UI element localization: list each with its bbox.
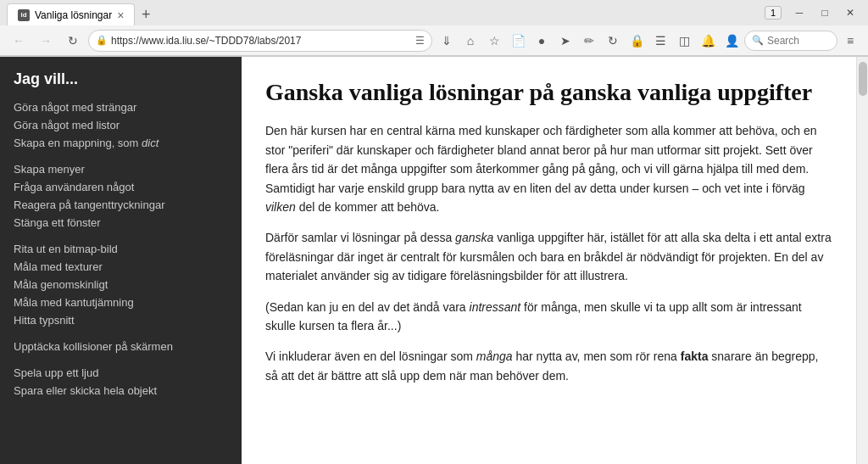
- refresh-icon[interactable]: ↻: [602, 30, 624, 52]
- url-text: https://www.ida.liu.se/~TDDD78/labs/2017: [111, 35, 412, 47]
- url-bar-icons: ☰: [415, 35, 425, 47]
- forward-button[interactable]: →: [34, 29, 58, 53]
- main-content: Ganska vanliga lösningar på ganska vanli…: [242, 57, 856, 464]
- tab-close-button[interactable]: ×: [117, 9, 124, 21]
- search-input[interactable]: [767, 35, 835, 47]
- sidebar-item-genomskinligt[interactable]: Måla genomskinligt: [0, 276, 242, 293]
- scrollbar-track[interactable]: [856, 57, 868, 464]
- lock-icon: 🔒: [96, 35, 108, 46]
- tab-label: Vanliga lösningar: [35, 9, 112, 21]
- sidebar-item-mappning[interactable]: Skapa en mappning, som dict: [0, 134, 242, 152]
- url-bar[interactable]: 🔒 https://www.ida.liu.se/~TDDD78/labs/20…: [88, 30, 432, 52]
- list-icon[interactable]: ☰: [649, 30, 671, 52]
- sidebar-divider-1: [0, 152, 242, 160]
- sidebar-item-kantutjamning[interactable]: Måla med kantutjämning: [0, 293, 242, 311]
- sidebar-item-kollisioner[interactable]: Upptäcka kollisioner på skärmen: [0, 338, 242, 355]
- tab-favicon: ld: [18, 9, 30, 21]
- sidebar-item-typsnitt[interactable]: Hitta typsnitt: [0, 311, 242, 329]
- search-icon: 🔍: [752, 35, 764, 46]
- back-button[interactable]: ←: [7, 29, 31, 53]
- toolbar-icons: ⇓ ⌂ ☆ 📄 ● ➤ ✏ ↻ 🔒 ☰ ◫ 🔔 👤 🔍 ≡: [436, 30, 861, 52]
- active-tab[interactable]: ld Vanliga lösningar ×: [7, 3, 135, 25]
- search-box[interactable]: 🔍: [744, 31, 837, 51]
- paragraph-2: Därför samlar vi lösningar på dessa gans…: [265, 228, 832, 285]
- browser-chrome: ld Vanliga lösningar × + 1 ─ □ ✕ ← → ↻ 🔒…: [0, 0, 868, 57]
- sidebar-item-texturer[interactable]: Måla med texturer: [0, 258, 242, 276]
- maximize-button[interactable]: □: [814, 3, 836, 22]
- tab-count: 1: [765, 6, 782, 20]
- title-bar: ld Vanliga lösningar × + 1 ─ □ ✕: [0, 0, 868, 25]
- pin-icon[interactable]: ✏: [578, 30, 600, 52]
- sidebar-divider-3: [0, 329, 242, 338]
- lock2-icon[interactable]: 🔒: [626, 30, 648, 52]
- sidebar-item-tangenttryckningar[interactable]: Reagera på tangenttryckningar: [0, 196, 242, 214]
- history-icon[interactable]: 📄: [507, 30, 529, 52]
- sidebar-item-ljud[interactable]: Spela upp ett ljud: [0, 364, 242, 382]
- person-icon[interactable]: 👤: [721, 30, 743, 52]
- sidebar: Jag vill... Göra något med strängar Göra…: [0, 57, 242, 464]
- sidebar-item-fragaanvandaren[interactable]: Fråga användaren något: [0, 178, 242, 196]
- new-tab-button[interactable]: +: [135, 3, 157, 25]
- sidebar-item-listor[interactable]: Göra något med listor: [0, 116, 242, 134]
- home-icon[interactable]: ⌂: [459, 30, 481, 52]
- paragraph-1: Den här kursen har en central kärna med …: [265, 121, 832, 216]
- close-window-button[interactable]: ✕: [839, 3, 861, 22]
- address-bar: ← → ↻ 🔒 https://www.ida.liu.se/~TDDD78/l…: [0, 25, 868, 56]
- minimize-button[interactable]: ─: [788, 3, 810, 22]
- sidebar-item-spara[interactable]: Spara eller skicka hela objekt: [0, 382, 242, 400]
- sidebar-item-stanga[interactable]: Stänga ett fönster: [0, 214, 242, 232]
- sidebar-item-bitmap[interactable]: Rita ut en bitmap-bild: [0, 240, 242, 258]
- sidebar-item-menyer[interactable]: Skapa menyer: [0, 160, 242, 178]
- grid-icon[interactable]: ◫: [673, 30, 695, 52]
- sidebar-divider-2: [0, 232, 242, 240]
- arrow-icon[interactable]: ➤: [554, 30, 576, 52]
- shield-icon[interactable]: ●: [531, 30, 553, 52]
- tab-bar: ld Vanliga lösningar × +: [7, 0, 157, 25]
- window-controls: 1 ─ □ ✕: [765, 3, 861, 22]
- scrollbar-thumb[interactable]: [859, 62, 867, 96]
- reader-icon[interactable]: ☰: [415, 35, 425, 47]
- sidebar-item-strangar[interactable]: Göra något med strängar: [0, 98, 242, 116]
- page-title: Ganska vanliga lösningar på ganska vanli…: [265, 77, 832, 108]
- menu-button[interactable]: ≡: [839, 30, 861, 52]
- download-icon[interactable]: ⇓: [436, 30, 458, 52]
- bell-icon[interactable]: 🔔: [697, 30, 719, 52]
- reload-button[interactable]: ↻: [61, 29, 85, 53]
- paragraph-4: Vi inkluderar även en del lösningar som …: [265, 347, 832, 385]
- page-body: Jag vill... Göra något med strängar Göra…: [0, 57, 868, 464]
- paragraph-3: (Sedan kan ju en del av det ändå vara in…: [265, 298, 832, 336]
- star-icon[interactable]: ☆: [483, 30, 505, 52]
- sidebar-title: Jag vill...: [0, 70, 242, 98]
- sidebar-divider-4: [0, 355, 242, 364]
